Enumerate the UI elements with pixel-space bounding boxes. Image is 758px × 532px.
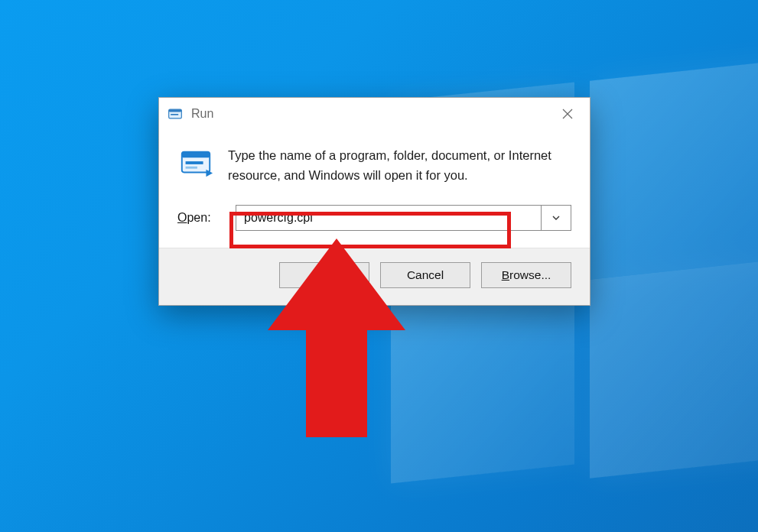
close-button[interactable]: [545, 98, 590, 130]
dialog-content: Type the name of a program, folder, docu…: [159, 131, 590, 248]
titlebar-title: Run: [191, 107, 545, 121]
run-dialog: Run Type the na: [158, 97, 590, 306]
open-dropdown-button[interactable]: [541, 205, 571, 231]
svg-rect-7: [186, 161, 203, 164]
cancel-button[interactable]: Cancel: [380, 262, 470, 288]
svg-rect-8: [186, 167, 197, 169]
svg-rect-1: [169, 109, 182, 112]
instruction-text: Type the name of a program, folder, docu…: [228, 144, 571, 185]
svg-rect-6: [182, 152, 210, 158]
browse-button[interactable]: Browse...: [481, 262, 571, 288]
button-bar: OK Cancel Browse...: [159, 248, 590, 305]
titlebar[interactable]: Run: [159, 98, 590, 131]
open-combobox[interactable]: [236, 205, 571, 231]
chevron-down-icon: [551, 213, 561, 222]
open-input[interactable]: [236, 205, 541, 231]
svg-rect-2: [171, 114, 178, 115]
close-icon: [562, 109, 573, 119]
run-program-icon: [177, 144, 214, 181]
open-label: Open:: [177, 211, 222, 225]
desktop-background: Run Type the na: [0, 0, 758, 532]
ok-button[interactable]: OK: [279, 262, 369, 288]
run-dialog-icon: [167, 105, 184, 122]
